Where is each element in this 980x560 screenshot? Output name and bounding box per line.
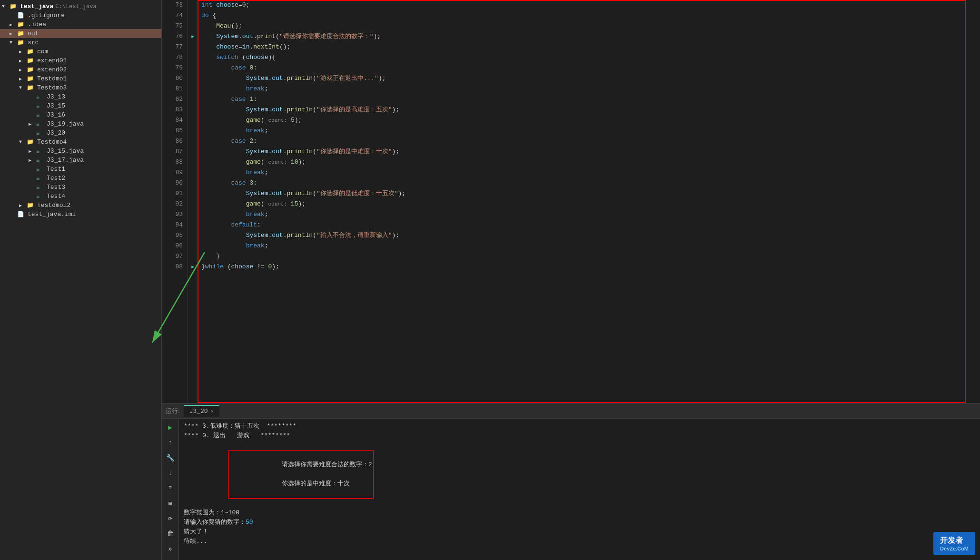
token bbox=[201, 127, 246, 134]
gutter-mark-91 bbox=[188, 188, 198, 199]
token: System bbox=[216, 33, 238, 40]
token: ( bbox=[313, 75, 317, 82]
sidebar-item-test2[interactable]: ☕ Test2 bbox=[0, 174, 161, 183]
sidebar-item-test4[interactable]: ☕ Test4 bbox=[0, 192, 161, 201]
j3-19-arrow: ▶ bbox=[29, 121, 36, 127]
sidebar-item-label-j3-15a: J3_15 bbox=[47, 102, 65, 109]
sidebar-item-j3-16[interactable]: ☕ J3_16 bbox=[0, 110, 161, 119]
gutter-mark-73 bbox=[188, 0, 198, 10]
token bbox=[201, 106, 246, 113]
code-line-98: }while (choose != 0); bbox=[201, 262, 980, 272]
token: int bbox=[201, 1, 212, 9]
testdmo4-arrow: ▼ bbox=[19, 139, 27, 145]
gutter-mark-81 bbox=[188, 84, 198, 94]
testdmo3-folder-icon: 📁 bbox=[27, 84, 35, 91]
token bbox=[201, 221, 231, 228]
token: count: bbox=[268, 201, 287, 207]
sidebar-item-test1[interactable]: ☕ Test1 bbox=[0, 165, 161, 174]
token bbox=[201, 75, 246, 82]
token bbox=[201, 85, 246, 92]
run-more-button[interactable]: » bbox=[165, 543, 176, 555]
root-path: C:\test_java bbox=[55, 3, 96, 10]
sidebar-item-idea[interactable]: ▶ 📁 .idea bbox=[0, 20, 161, 29]
token: "你选择的是低难度：十五次" bbox=[317, 190, 398, 197]
run-trash-button[interactable]: 🗑 bbox=[165, 528, 176, 540]
line-num-98: 98 bbox=[162, 262, 183, 272]
token: default bbox=[231, 221, 257, 228]
token: out bbox=[272, 148, 283, 155]
token bbox=[201, 54, 216, 61]
sidebar-root[interactable]: ▼ 📁 test_java C:\test_java bbox=[0, 2, 161, 11]
run-wrench-button[interactable]: 🔧 bbox=[165, 452, 176, 463]
token bbox=[201, 96, 231, 103]
token: out bbox=[272, 106, 283, 113]
code-content[interactable]: int choose=0;do { Meau(); System.out.pri… bbox=[198, 0, 980, 403]
code-line-87: System.out.println("你选择的是中难度：十次"); bbox=[201, 147, 980, 157]
token: choose bbox=[216, 1, 238, 9]
gutter-mark-80 bbox=[188, 73, 198, 84]
sidebar-item-label-j3-15b: J3_15.java bbox=[47, 147, 84, 155]
extend02-folder-icon: 📁 bbox=[27, 66, 35, 73]
code-line-84: game( count: 5); bbox=[201, 115, 980, 126]
sidebar-item-testdmo3[interactable]: ▼ 📁 Testdmo3 bbox=[0, 83, 161, 92]
root-arrow: ▼ bbox=[2, 4, 10, 9]
run-play-button[interactable]: ▶ bbox=[165, 422, 176, 433]
token: } bbox=[201, 253, 220, 260]
testdmo1-arrow: ▶ bbox=[19, 76, 27, 82]
output-line-highlighted-container: 请选择你需要难度合法的数字：2 你选择的是中难度：十次 bbox=[184, 441, 975, 508]
token: System bbox=[246, 75, 268, 82]
token: println bbox=[287, 190, 313, 197]
gutter-mark-98: ► bbox=[188, 262, 198, 272]
token: : bbox=[253, 179, 257, 187]
token: count: bbox=[268, 159, 287, 165]
sidebar-item-test3[interactable]: ☕ Test3 bbox=[0, 183, 161, 192]
token: choose bbox=[246, 54, 268, 61]
code-line-83: System.out.println("你选择的是高难度：五次"); bbox=[201, 105, 980, 115]
code-line-79: case 0: bbox=[201, 63, 980, 73]
code-lines: int choose=0;do { Meau(); System.out.pri… bbox=[201, 0, 980, 272]
sidebar-item-extend01[interactable]: ▶ 📁 extend01 bbox=[0, 56, 161, 65]
sidebar-item-testdmol2[interactable]: ▶ 📁 Testdmol2 bbox=[0, 201, 161, 210]
line-num-84: 84 bbox=[162, 115, 183, 126]
token: ( bbox=[313, 106, 317, 113]
sidebar-item-j3-15a[interactable]: ☕ J3_15 bbox=[0, 101, 161, 110]
sidebar-item-out[interactable]: ▶ 📁 out bbox=[0, 29, 161, 38]
sidebar-item-testdmo4[interactable]: ▼ 📁 Testdmo4 bbox=[0, 138, 161, 147]
token: nextInt bbox=[253, 43, 279, 50]
token: ); bbox=[272, 263, 279, 270]
token: print bbox=[257, 33, 276, 40]
run-format-button[interactable]: ≡ bbox=[165, 482, 176, 494]
sidebar-item-j3-15b[interactable]: ▶ ☕ J3_15.java bbox=[0, 147, 161, 156]
token: ); bbox=[374, 33, 381, 40]
extend01-folder-icon: 📁 bbox=[27, 57, 35, 64]
output-line-2: **** 0. 退出 游戏 ******** bbox=[184, 431, 975, 441]
line-num-82: 82 bbox=[162, 94, 183, 105]
sidebar-item-extend02[interactable]: ▶ 📁 extend02 bbox=[0, 65, 161, 74]
token: (); bbox=[231, 22, 242, 29]
sidebar-item-gitignore[interactable]: 📄 .gitignore bbox=[0, 11, 161, 20]
run-tab-close[interactable]: × bbox=[211, 409, 214, 414]
code-line-97: } bbox=[201, 251, 980, 262]
token: "你选择的是中难度：十次" bbox=[317, 148, 392, 155]
gutter-mark-76: ► bbox=[188, 31, 198, 42]
token: ); bbox=[295, 117, 302, 124]
sidebar-item-j3-19[interactable]: ▶ ☕ J3_19.java bbox=[0, 119, 161, 128]
run-sync-button[interactable]: ⟳ bbox=[165, 513, 176, 524]
sidebar-item-j3-13[interactable]: ☕ J3_13 bbox=[0, 92, 161, 101]
sidebar-item-j3-20[interactable]: ☕ J3_20 bbox=[0, 128, 161, 138]
sidebar-item-src[interactable]: ▼ 📁 src bbox=[0, 38, 161, 47]
token bbox=[201, 138, 231, 145]
sidebar-item-j3-17[interactable]: ▶ ☕ J3_17.java bbox=[0, 156, 161, 165]
token: ( bbox=[313, 148, 317, 155]
token bbox=[201, 117, 246, 124]
j3-15a-icon: ☕ bbox=[36, 102, 45, 109]
sidebar-item-iml[interactable]: 📄 test_java.iml bbox=[0, 210, 161, 219]
root-folder-icon: 📁 bbox=[10, 3, 18, 10]
run-tab-j3-20[interactable]: J3_20 × bbox=[184, 405, 220, 417]
run-down-button[interactable]: ↓ bbox=[165, 467, 176, 479]
run-screen-button[interactable]: ⊞ bbox=[165, 498, 176, 509]
token: out bbox=[272, 75, 283, 82]
sidebar-item-testdmo1[interactable]: ▶ 📁 Testdmo1 bbox=[0, 74, 161, 83]
run-up-button[interactable]: ↑ bbox=[165, 437, 176, 448]
sidebar-item-com[interactable]: ▶ 📁 com bbox=[0, 47, 161, 56]
